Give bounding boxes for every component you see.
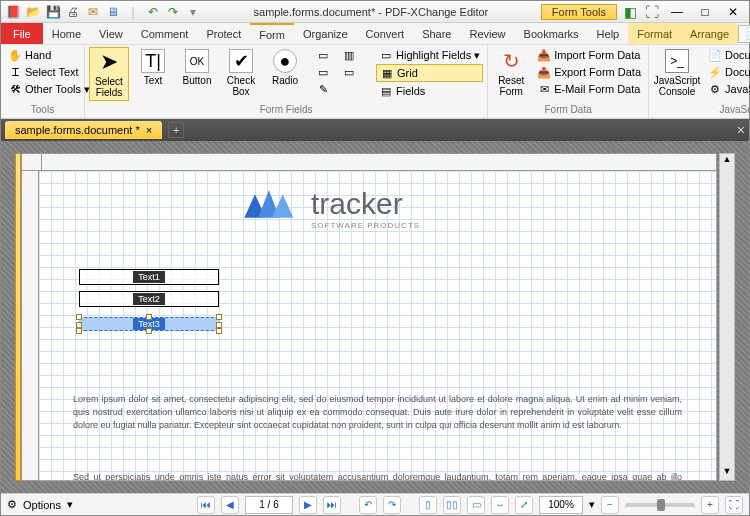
cursor-icon: ➤ <box>97 50 121 74</box>
nav-fwd-button[interactable]: ↷ <box>383 496 401 514</box>
hand-tool[interactable]: ✋Hand <box>5 47 93 63</box>
list-button[interactable]: ▭ <box>313 47 333 63</box>
resize-handle[interactable] <box>76 322 82 328</box>
document-js-button[interactable]: 📄Document JavaScript <box>705 47 750 63</box>
close-all-tabs-icon[interactable]: × <box>737 122 745 138</box>
radio-icon: ● <box>273 49 297 73</box>
form-field-text3[interactable]: Text3 <box>79 317 219 331</box>
maximize-button[interactable]: □ <box>693 3 717 21</box>
ribbon: ✋Hand ᏆSelect Text 🛠Other Tools ▾ Tools … <box>1 45 749 119</box>
email-icon[interactable]: ✉ <box>85 4 101 20</box>
doc-tab-close-icon[interactable]: × <box>146 124 152 136</box>
highlight-fields-button[interactable]: ▭Highlight Fields ▾ <box>376 47 483 63</box>
tab-form[interactable]: Form <box>250 23 294 44</box>
tab-file[interactable]: File <box>1 23 43 44</box>
text-field-button[interactable]: T| Text <box>133 47 173 88</box>
zoom-slider[interactable] <box>625 503 695 507</box>
doc-tab[interactable]: sample.forms.document * × <box>5 121 162 139</box>
dropdown-button[interactable]: ▭ <box>313 64 333 80</box>
undo-icon[interactable]: ↶ <box>145 4 161 20</box>
last-page-button[interactable]: ⏭ <box>323 496 341 514</box>
form-field-text2[interactable]: Text2 <box>79 291 219 307</box>
highlight-icon: ▭ <box>379 48 393 62</box>
select-text-tool[interactable]: ᏆSelect Text <box>5 64 93 80</box>
print-icon[interactable]: 🖨 <box>65 4 81 20</box>
gear-icon[interactable]: ⚙ <box>7 498 17 511</box>
resize-handle[interactable] <box>76 328 82 334</box>
fields-button[interactable]: ▤Fields <box>376 83 483 99</box>
scroll-up-icon[interactable]: ▲ <box>720 154 734 168</box>
misc-button[interactable]: ▭ <box>339 64 359 80</box>
zoom-out-button[interactable]: − <box>601 496 619 514</box>
tab-review[interactable]: Review <box>460 23 514 44</box>
resize-handle[interactable] <box>216 322 222 328</box>
select-fields-button[interactable]: ➤ Select Fields <box>89 47 129 101</box>
nav-back-button[interactable]: ↶ <box>359 496 377 514</box>
tab-format[interactable]: Format <box>628 23 681 44</box>
prev-page-button[interactable]: ◀ <box>221 496 239 514</box>
open-icon[interactable]: 📂 <box>25 4 41 20</box>
close-button[interactable]: ✕ <box>721 3 745 21</box>
page-input[interactable] <box>245 496 293 514</box>
js-options-button[interactable]: ⚙JavaScript Options <box>705 81 750 97</box>
barcode-icon: ▥ <box>342 48 356 62</box>
redo-icon[interactable]: ↷ <box>165 4 181 20</box>
minimize-button[interactable]: — <box>665 3 689 21</box>
export-form-data-button[interactable]: 📤Export Form Data <box>534 64 644 80</box>
resize-handle[interactable] <box>216 328 222 334</box>
scroll-down-icon[interactable]: ▼ <box>720 466 734 480</box>
qat-dropdown-icon[interactable]: ▾ <box>185 4 201 20</box>
grid-button[interactable]: ▦Grid <box>376 64 483 82</box>
email-form-data-button[interactable]: ✉E-Mail Form Data <box>534 81 644 97</box>
ui-options-icon[interactable]: ◧ <box>621 3 639 21</box>
signature-button[interactable]: ✎ <box>313 81 333 97</box>
resize-handle[interactable] <box>146 314 152 320</box>
tab-organize[interactable]: Organize <box>294 23 357 44</box>
find-button[interactable]: 📄Find... <box>738 25 750 43</box>
save-icon[interactable]: 💾 <box>45 4 61 20</box>
checkbox-field-button[interactable]: ✔ Check Box <box>221 47 261 99</box>
tab-arrange[interactable]: Arrange <box>681 23 738 44</box>
window-title: sample.forms.document* - PDF-XChange Edi… <box>205 6 537 18</box>
tab-share[interactable]: Share <box>413 23 460 44</box>
resize-handle[interactable] <box>146 328 152 334</box>
scan-icon[interactable]: 🖥 <box>105 4 121 20</box>
tab-protect[interactable]: Protect <box>197 23 250 44</box>
tab-bookmarks[interactable]: Bookmarks <box>515 23 588 44</box>
barcode-button[interactable]: ▥ <box>339 47 359 63</box>
options-label[interactable]: Options <box>23 499 61 511</box>
layout-continuous-button[interactable]: ▯▯ <box>443 496 461 514</box>
fullscreen-button[interactable]: ⛶ <box>725 496 743 514</box>
zoom-input[interactable] <box>539 496 583 514</box>
form-field-text1[interactable]: Text1 <box>79 269 219 285</box>
horizontal-ruler[interactable] <box>41 153 717 171</box>
document-actions-button[interactable]: ⚡Document Actions <box>705 64 750 80</box>
import-form-data-button[interactable]: 📥Import Form Data <box>534 47 644 63</box>
reset-form-button[interactable]: ↻ Reset Form <box>492 47 530 99</box>
button-field-button[interactable]: OK Button <box>177 47 217 88</box>
fit-width-button[interactable]: ↔ <box>491 496 509 514</box>
tab-comment[interactable]: Comment <box>132 23 198 44</box>
js-console-button[interactable]: >_ JavaScript Console <box>653 47 701 99</box>
vertical-scrollbar[interactable]: ▲ ▼ <box>719 153 735 481</box>
next-page-button[interactable]: ▶ <box>299 496 317 514</box>
layout-facing-button[interactable]: ▭ <box>467 496 485 514</box>
first-page-button[interactable]: ⏮ <box>197 496 215 514</box>
layout-single-button[interactable]: ▯ <box>419 496 437 514</box>
tab-help[interactable]: Help <box>588 23 629 44</box>
add-tab-button[interactable]: + <box>168 122 184 138</box>
radio-field-button[interactable]: ● Radio <box>265 47 305 88</box>
resize-handle[interactable] <box>216 314 222 320</box>
page[interactable]: tracker SOFTWARE PRODUCTS Text1 Text2 Te… <box>39 171 717 481</box>
zoom-thumb[interactable] <box>657 499 665 511</box>
vertical-ruler[interactable] <box>21 171 39 481</box>
tab-convert[interactable]: Convert <box>357 23 414 44</box>
expand-icon[interactable]: ⛶ <box>643 3 661 21</box>
zoom-in-button[interactable]: + <box>701 496 719 514</box>
logo-mark-icon <box>239 185 303 231</box>
tab-home[interactable]: Home <box>43 23 90 44</box>
other-tools[interactable]: 🛠Other Tools ▾ <box>5 81 93 97</box>
resize-handle[interactable] <box>76 314 82 320</box>
tab-view[interactable]: View <box>90 23 132 44</box>
fit-page-button[interactable]: ⤢ <box>515 496 533 514</box>
